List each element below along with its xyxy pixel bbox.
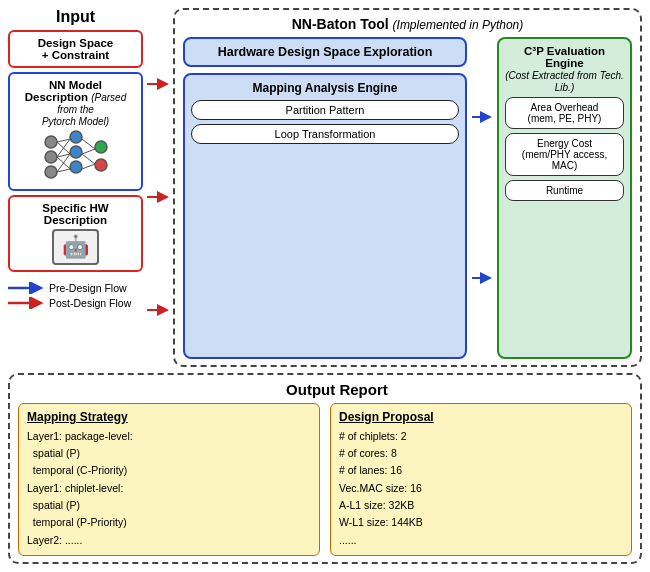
mapping-title: Mapping Analysis Engine bbox=[191, 81, 459, 95]
design-proposal-card: Design Proposal # of chiplets: 2 # of co… bbox=[330, 403, 632, 556]
design-space-text: Design Space+ Constraint bbox=[38, 37, 113, 61]
output-cards: Mapping Strategy Layer1: package-level: … bbox=[18, 403, 632, 556]
eval-name: C³P Evaluation Engine bbox=[524, 45, 605, 69]
pre-design-legend: Pre-Design Flow bbox=[8, 282, 143, 294]
input-title: Input bbox=[8, 8, 143, 26]
pre-design-label: Pre-Design Flow bbox=[49, 282, 127, 294]
output-title-text: Output Report bbox=[262, 382, 388, 398]
arrow-mapping-to-eval bbox=[472, 272, 492, 284]
eval-item-energy: Energy Cost(mem/PHY access, MAC) bbox=[505, 133, 624, 176]
output-section: Output Report Mapping Strategy Layer1: p… bbox=[8, 373, 642, 564]
hw-desc-box: Specific HWDescription 🤖 bbox=[8, 195, 143, 272]
nn-baton-tool: NN-Baton Tool (Implemented in Python) Ha… bbox=[173, 8, 642, 367]
svg-point-1 bbox=[45, 151, 57, 163]
pre-design-arrow-icon bbox=[8, 282, 44, 294]
eval-title: C³P Evaluation Engine (Cost Extracted fr… bbox=[505, 45, 624, 93]
post-design-label: Post-Design Flow bbox=[49, 297, 131, 309]
post-design-arrow-icon bbox=[8, 297, 44, 309]
design-space-box: Design Space+ Constraint bbox=[8, 30, 143, 68]
post-design-legend: Post-Design Flow bbox=[8, 297, 143, 309]
mapping-strategy-text: Layer1: package-level: spatial (P) tempo… bbox=[27, 428, 311, 549]
arrow-nn-to-tool bbox=[147, 191, 169, 203]
mapping-strategy-card: Mapping Strategy Layer1: package-level: … bbox=[18, 403, 320, 556]
output-report-title: Output Report bbox=[18, 381, 632, 398]
ai-chip-icon: 🤖 bbox=[52, 229, 99, 265]
nn-graph-icon bbox=[41, 127, 111, 182]
design-proposal-text: # of chiplets: 2 # of cores: 8 # of lane… bbox=[339, 428, 623, 549]
eval-engine-box: C³P Evaluation Engine (Cost Extracted fr… bbox=[497, 37, 632, 359]
design-proposal-title: Design Proposal bbox=[339, 410, 623, 424]
tool-inner: Hardware Design Space Exploration Mappin… bbox=[183, 37, 632, 359]
partition-pattern-pill: Partition Pattern bbox=[191, 100, 459, 120]
tool-left-section: Hardware Design Space Exploration Mappin… bbox=[183, 37, 467, 359]
svg-point-5 bbox=[70, 161, 82, 173]
svg-line-18 bbox=[82, 164, 95, 169]
svg-point-0 bbox=[45, 136, 57, 148]
svg-point-7 bbox=[95, 159, 107, 171]
arrow-hw-to-eval bbox=[472, 111, 492, 123]
svg-point-4 bbox=[70, 146, 82, 158]
mapping-analysis-box: Mapping Analysis Engine Partition Patter… bbox=[183, 73, 467, 359]
top-section: Input Design Space+ Constraint NN ModelD… bbox=[8, 8, 642, 367]
loop-transformation-pill: Loop Transformation bbox=[191, 124, 459, 144]
svg-line-15 bbox=[82, 139, 95, 149]
mapping-strategy-title: Mapping Strategy bbox=[27, 410, 311, 424]
input-to-tool-arrows bbox=[147, 8, 169, 367]
tool-title: NN-Baton Tool (Implemented in Python) bbox=[183, 16, 632, 32]
eval-item-runtime: Runtime bbox=[505, 180, 624, 201]
input-column: Input Design Space+ Constraint NN ModelD… bbox=[8, 8, 143, 367]
main-layout: Input Design Space+ Constraint NN ModelD… bbox=[0, 0, 650, 572]
svg-line-17 bbox=[82, 154, 95, 164]
hw-exploration-text: Hardware Design Space Exploration bbox=[218, 45, 433, 59]
eval-subtitle: (Cost Extracted from Tech. Lib.) bbox=[505, 70, 624, 93]
hw-exploration-box: Hardware Design Space Exploration bbox=[183, 37, 467, 67]
arrow-ds-to-tool bbox=[147, 78, 169, 90]
hw-desc-title: Specific HWDescription bbox=[42, 202, 108, 226]
output-title-label: Output Report bbox=[286, 381, 388, 398]
output-down-arrow bbox=[262, 384, 282, 398]
svg-point-3 bbox=[70, 131, 82, 143]
eval-item-area: Area Overhead(mem, PE, PHY) bbox=[505, 97, 624, 129]
arrow-hw-to-tool bbox=[147, 304, 169, 316]
tool-mid-arrows bbox=[472, 37, 492, 359]
svg-point-2 bbox=[45, 166, 57, 178]
legend-section: Pre-Design Flow Post-Design Flow bbox=[8, 282, 143, 309]
svg-point-6 bbox=[95, 141, 107, 153]
tool-subtitle: (Implemented in Python) bbox=[393, 18, 524, 32]
nn-model-box: NN ModelDescription (Parsed from thePyto… bbox=[8, 72, 143, 191]
svg-line-16 bbox=[82, 149, 95, 154]
tool-name: NN-Baton Tool bbox=[292, 16, 389, 32]
